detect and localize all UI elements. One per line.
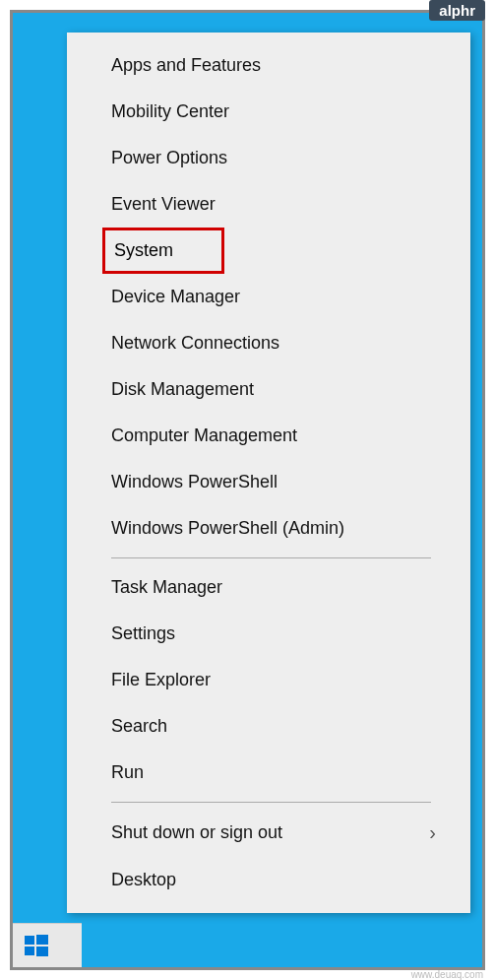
svg-rect-2	[25, 947, 34, 955]
menu-item-disk-management[interactable]: Disk Management	[67, 366, 470, 413]
menu-item-settings[interactable]: Settings	[67, 611, 470, 657]
menu-item-label: Power Options	[111, 148, 227, 168]
menu-item-event-viewer[interactable]: Event Viewer	[67, 181, 470, 228]
svg-rect-0	[25, 936, 34, 945]
menu-item-apps-and-features[interactable]: Apps and Features	[67, 42, 470, 89]
menu-item-label: Settings	[111, 623, 175, 644]
watermark: www.deuaq.com	[411, 969, 483, 980]
desktop-background: Apps and Features Mobility Center Power …	[10, 10, 485, 970]
menu-item-network-connections[interactable]: Network Connections	[67, 320, 470, 366]
menu-item-device-manager[interactable]: Device Manager	[67, 274, 470, 320]
menu-item-label: Disk Management	[111, 379, 254, 400]
menu-item-label: Windows PowerShell	[111, 472, 278, 492]
menu-item-desktop[interactable]: Desktop	[67, 857, 470, 903]
menu-item-file-explorer[interactable]: File Explorer	[67, 657, 470, 703]
menu-item-mobility-center[interactable]: Mobility Center	[67, 89, 470, 135]
menu-divider	[111, 557, 431, 558]
chevron-right-icon: ›	[429, 821, 436, 844]
menu-item-label: Device Manager	[111, 287, 240, 307]
menu-item-label: Windows PowerShell (Admin)	[111, 518, 344, 539]
menu-item-search[interactable]: Search	[67, 703, 470, 750]
start-button-icon[interactable]	[25, 934, 48, 957]
menu-item-label: Task Manager	[111, 577, 222, 598]
menu-item-label: Shut down or sign out	[111, 822, 282, 843]
menu-item-label: Mobility Center	[111, 101, 229, 122]
svg-rect-1	[36, 935, 48, 945]
menu-item-label: System	[114, 240, 173, 261]
menu-item-run[interactable]: Run	[67, 750, 470, 796]
menu-divider	[111, 802, 431, 803]
menu-item-label: Network Connections	[111, 333, 279, 354]
menu-item-label: Apps and Features	[111, 55, 261, 76]
menu-item-power-options[interactable]: Power Options	[67, 135, 470, 181]
source-badge: alphr	[429, 0, 485, 21]
svg-rect-3	[36, 947, 48, 956]
menu-item-shut-down-or-sign-out[interactable]: Shut down or sign out ›	[67, 809, 470, 857]
menu-item-computer-management[interactable]: Computer Management	[67, 413, 470, 459]
menu-item-label: File Explorer	[111, 670, 211, 690]
menu-item-label: Run	[111, 762, 144, 783]
menu-item-label: Event Viewer	[111, 194, 216, 215]
menu-item-label: Computer Management	[111, 425, 297, 446]
menu-item-windows-powershell-admin[interactable]: Windows PowerShell (Admin)	[67, 505, 470, 552]
winx-context-menu: Apps and Features Mobility Center Power …	[67, 33, 470, 913]
taskbar	[13, 923, 82, 967]
menu-item-task-manager[interactable]: Task Manager	[67, 564, 470, 611]
menu-item-windows-powershell[interactable]: Windows PowerShell	[67, 459, 470, 505]
menu-item-label: Desktop	[111, 870, 176, 890]
menu-item-system-highlighted[interactable]: System	[102, 228, 224, 274]
menu-item-label: Search	[111, 716, 167, 737]
